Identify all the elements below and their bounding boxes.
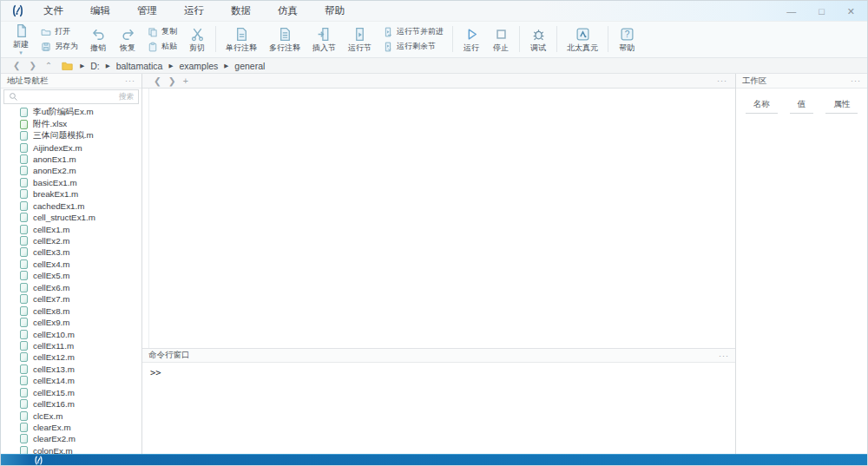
file-icon	[20, 271, 28, 280]
toolbar-separator	[556, 26, 557, 52]
file-list-item[interactable]: cellEx10.m	[1, 328, 141, 339]
toolbar-button-cut[interactable]: 剪切	[182, 23, 212, 56]
file-list-item[interactable]: 附件.xlsx	[1, 118, 141, 129]
toolbar-button-comment-line[interactable]: 单行注释	[220, 23, 263, 56]
file-name: cellEx15.m	[33, 388, 75, 397]
file-navigator-title: 地址导航栏	[7, 75, 49, 87]
save-as-icon	[41, 42, 51, 52]
file-name: cellEx7.m	[33, 294, 69, 304]
file-list-item[interactable]: cellEx16.m	[1, 398, 141, 410]
file-list-item[interactable]: cachedEx1.m	[1, 200, 141, 212]
current-folder-icon[interactable]	[62, 61, 73, 70]
file-list-item[interactable]: clearEx2.m	[1, 433, 141, 444]
editor-menu-button[interactable]: ···	[717, 76, 727, 85]
file-list-item[interactable]: cellEx9.m	[1, 317, 141, 328]
nav-forward-button[interactable]: ❯	[24, 61, 40, 70]
toolbar-button-run-remaining[interactable]: 运行剩余节	[383, 41, 444, 52]
file-list-item[interactable]: cellEx8.m	[1, 305, 141, 316]
file-name: basicEx1.m	[33, 178, 77, 187]
command-window-menu-button[interactable]: ···	[719, 351, 729, 360]
menu-item-simulation[interactable]: 仿真	[271, 3, 305, 19]
file-list-item[interactable]: cell_structEx1.m	[1, 212, 141, 223]
minimize-button[interactable]: —	[786, 1, 796, 22]
breadcrumb-item[interactable]: general	[233, 61, 266, 71]
toolbar-button-baltam[interactable]: 北太真元	[561, 23, 604, 56]
window-controls: — □ ✕	[786, 1, 855, 22]
toolbar-button-label: 插入节	[312, 43, 336, 52]
file-list-item[interactable]: cellEx15.m	[1, 387, 141, 398]
workspace-column-header[interactable]: 名称	[741, 95, 781, 114]
menu-item-edit[interactable]: 编辑	[83, 3, 117, 19]
tab-back-button[interactable]: ❮	[150, 75, 165, 86]
toolbar-button-save-as[interactable]: 另存为	[41, 41, 78, 52]
file-list-item[interactable]: cellEx12.m	[1, 351, 141, 363]
editor-area[interactable]	[142, 89, 735, 348]
toolbar-button-label: 剪切	[189, 43, 205, 52]
command-window-input[interactable]: >>	[142, 363, 735, 454]
workspace-column-header[interactable]: 属性	[822, 95, 862, 114]
chevron-down-icon: ▾	[19, 50, 23, 55]
toolbar-button-redo[interactable]: 恢复	[113, 23, 142, 56]
tab-forward-button[interactable]: ❯	[165, 75, 180, 86]
file-list-item[interactable]: AijindexEx.m	[1, 141, 141, 153]
toolbar-button-run-section[interactable]: 运行节	[342, 23, 378, 56]
file-list-item[interactable]: colonEx.m	[1, 445, 141, 454]
file-list-item[interactable]: cellEx2.m	[1, 235, 141, 246]
toolbar-button-debug[interactable]: 调试	[523, 23, 553, 56]
file-list-item[interactable]: clearEx.m	[1, 422, 141, 433]
file-list-item[interactable]: anonEx2.m	[1, 165, 141, 176]
menu-item-help[interactable]: 帮助	[318, 3, 352, 19]
close-button[interactable]: ✕	[847, 1, 855, 22]
new-tab-button[interactable]: +	[180, 75, 192, 86]
toolbar-separator	[215, 26, 216, 52]
workspace-column-label: 属性	[825, 99, 858, 114]
toolbar-separator	[608, 26, 608, 52]
breadcrumb-item[interactable]: baltamatica	[115, 61, 164, 71]
toolbar-button-insert-section[interactable]: 插入节	[306, 23, 342, 56]
toolbar-button-comment-block[interactable]: 多行注释	[263, 23, 306, 56]
file-icon	[20, 411, 28, 421]
file-list-item[interactable]: clcEx.m	[1, 410, 141, 421]
toolbar-button-undo[interactable]: 撤销	[83, 23, 113, 56]
file-list-item[interactable]: cellEx1.m	[1, 223, 141, 234]
file-list-item[interactable]: cellEx7.m	[1, 293, 141, 305]
toolbar-button-stop[interactable]: 停止	[486, 23, 516, 56]
toolbar-button-paste[interactable]: 粘贴	[148, 41, 177, 52]
file-list-item[interactable]: 三体问题模拟.m	[1, 130, 141, 141]
toolbar-button-run-section-advance[interactable]: 运行节并前进	[383, 26, 444, 37]
file-list-item[interactable]: cellEx6.m	[1, 282, 141, 293]
nav-up-button[interactable]: ⌃	[41, 61, 56, 70]
toolbar-button-run[interactable]: 运行	[457, 23, 486, 56]
file-list-item[interactable]: cellEx11.m	[1, 340, 141, 351]
breadcrumb-item[interactable]: examples	[178, 61, 219, 71]
file-list-item[interactable]: breakEx1.m	[1, 188, 141, 200]
file-list-item[interactable]: cellEx5.m	[1, 270, 141, 281]
workspace-column-header[interactable]: 值	[781, 95, 821, 114]
toolbar-button-new-file[interactable]: 新建 ▾	[6, 23, 36, 56]
search-input[interactable]	[18, 92, 119, 102]
file-icon	[20, 423, 28, 432]
workspace-menu-button[interactable]: ···	[851, 76, 861, 85]
file-list-item[interactable]: cellEx3.m	[1, 246, 141, 258]
search-label: 搜索	[119, 92, 134, 102]
file-list-item[interactable]: anonEx1.m	[1, 154, 141, 165]
toolbar-button-label: 停止	[493, 43, 509, 52]
toolbar-button-open-folder[interactable]: 打开	[41, 26, 78, 37]
breadcrumb-item[interactable]: D:	[89, 61, 101, 71]
file-navigator-menu-button[interactable]: ···	[125, 76, 135, 85]
nav-back-button[interactable]: ❮	[9, 61, 24, 70]
file-list-item[interactable]: cellEx13.m	[1, 364, 141, 375]
menu-item-data[interactable]: 数据	[224, 3, 258, 19]
file-name: cellEx1.m	[33, 225, 69, 234]
file-list-item[interactable]: cellEx14.m	[1, 375, 141, 386]
toolbar-button-copy[interactable]: 复制	[148, 26, 177, 37]
file-list-item[interactable]: basicEx1.m	[1, 177, 141, 188]
file-list-item[interactable]: 李ut阶编码Ex.m	[1, 107, 141, 118]
menu-item-run[interactable]: 运行	[177, 3, 211, 19]
maximize-button[interactable]: □	[819, 1, 825, 22]
toolbar-button-help[interactable]: ? 帮助	[612, 23, 641, 56]
file-icon	[20, 434, 28, 443]
file-list-item[interactable]: cellEx4.m	[1, 259, 141, 270]
menu-item-file[interactable]: 文件	[36, 3, 70, 19]
menu-item-manage[interactable]: 管理	[130, 3, 164, 19]
